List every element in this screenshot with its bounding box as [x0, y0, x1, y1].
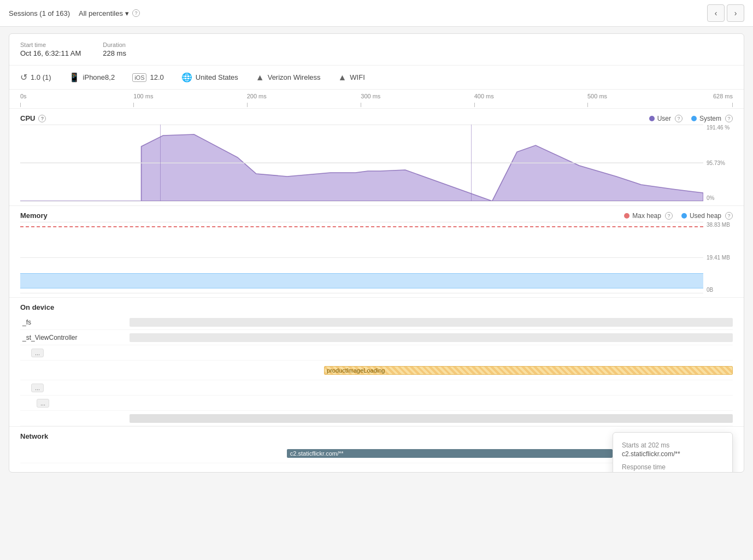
- network-bar[interactable]: c2.staticflickr.com/**: [287, 449, 613, 458]
- gridline-top: [20, 125, 703, 125]
- ellipsis-btn-2[interactable]: ...: [31, 384, 44, 392]
- gridline-bottom: [20, 201, 703, 202]
- max-heap-dot: [624, 213, 630, 219]
- tick-line-2: [247, 103, 248, 107]
- memory-title-text: Memory: [20, 211, 48, 220]
- chevron-down-icon: ▾: [125, 9, 129, 17]
- top-bar: Sessions (1 of 163) All percentiles ▾ ? …: [0, 0, 753, 27]
- ellipsis-cell-3[interactable]: ...: [20, 399, 140, 408]
- cpu-y-top: 191.46 %: [707, 125, 733, 131]
- system-legend-label: System: [699, 115, 721, 122]
- os-item: iOS 12.0: [132, 73, 164, 82]
- next-button[interactable]: ›: [727, 4, 744, 22]
- tick-line-0: [20, 103, 21, 107]
- on-device-last-row: [20, 411, 733, 426]
- system-legend: System ?: [691, 115, 733, 122]
- product-bar[interactable]: productImageLoading: [324, 366, 733, 375]
- user-legend: User ?: [649, 115, 683, 122]
- st-bar-bg: [130, 333, 733, 342]
- tick-line-1: [133, 103, 134, 107]
- fs-bar-bg: [130, 318, 733, 327]
- mem-gridline-mid: [20, 257, 703, 258]
- ellipsis-btn-1[interactable]: ...: [31, 349, 44, 357]
- device-item: 📱 iPhone8,2: [69, 72, 115, 82]
- cpu-y-labels: 191.46 % 95.73% 0%: [703, 125, 733, 201]
- used-heap-help-icon[interactable]: ?: [725, 212, 733, 220]
- cpu-marker-1: [160, 125, 161, 201]
- ellipsis-row-1: ...: [20, 345, 733, 361]
- used-heap-dot: [681, 213, 687, 219]
- version-item: ↺ 1.0 (1): [20, 72, 51, 82]
- ellipsis-row-3: ...: [20, 396, 733, 411]
- cpu-help-icon[interactable]: ?: [38, 115, 46, 122]
- tick-line-6: [732, 103, 733, 107]
- start-time-item: Start time Oct 16, 6:32:11 AM: [20, 42, 81, 57]
- user-legend-label: User: [657, 115, 671, 122]
- ellipsis-bar-3: [140, 396, 733, 410]
- tick-200ms: 200 ms: [247, 93, 267, 99]
- prev-button[interactable]: ‹: [707, 4, 725, 22]
- percentile-dropdown[interactable]: All percentiles ▾ ?: [79, 9, 140, 17]
- mem-y-top: 38.83 MB: [707, 222, 733, 228]
- tooltip-response-time-value: 224 ms: [622, 471, 723, 473]
- tick-300ms: 300 ms: [361, 93, 380, 99]
- cpu-y-bottom: 0%: [707, 195, 733, 201]
- duration-label: Duration: [103, 42, 126, 48]
- last-bar-bg: [130, 414, 733, 423]
- tick-500ms: 500 ms: [587, 93, 607, 99]
- ruler-container: 0s 100 ms 200 ms 300 ms 400 ms 500 ms 62…: [20, 93, 733, 108]
- tick-628ms: 628 ms: [713, 93, 733, 99]
- on-device-title: On device: [20, 298, 733, 315]
- tick-100ms: 100 ms: [133, 93, 153, 99]
- carrier-value: Verizon Wireless: [268, 73, 321, 81]
- user-help-icon[interactable]: ?: [675, 115, 683, 122]
- ellipsis-btn-3[interactable]: ...: [37, 399, 49, 408]
- ellipsis-cell-1[interactable]: ...: [20, 349, 140, 357]
- tooltip-response-time: Response time 224 ms: [622, 463, 723, 473]
- fs-label: _fs: [20, 319, 130, 326]
- network-bar-area: c2.staticflickr.com/**: [140, 444, 613, 463]
- version-value: 1.0 (1): [31, 73, 51, 81]
- cpu-y-mid: 95.73%: [707, 160, 733, 166]
- country-value: United States: [196, 73, 238, 81]
- help-icon[interactable]: ?: [132, 9, 140, 17]
- memory-bottom-spacer: [20, 293, 733, 297]
- network-bar-row: c2.staticflickr.com/**: [20, 444, 613, 463]
- cpu-user-polygon: [20, 134, 703, 201]
- st-label: _st_ViewController: [20, 334, 130, 341]
- cpu-title-text: CPU: [20, 114, 35, 122]
- max-heap-line: [20, 226, 703, 227]
- memory-y-labels: 38.83 MB 19.41 MB 0B: [703, 222, 733, 293]
- timeline-ruler: 0s 100 ms 200 ms 300 ms 400 ms 500 ms 62…: [9, 90, 744, 109]
- device-bar: ↺ 1.0 (1) 📱 iPhone8,2 iOS 12.0 🌐 United …: [9, 66, 744, 90]
- memory-chart-wrapper: [20, 222, 703, 293]
- network-value: WIFI: [350, 73, 364, 81]
- mem-y-bottom: 0B: [707, 287, 733, 293]
- carrier-item: ▲ Verizon Wireless: [256, 73, 321, 82]
- main-card: Start time Oct 16, 6:32:11 AM Duration 2…: [9, 33, 744, 473]
- tick-0s: 0s: [20, 93, 27, 99]
- ios-icon: iOS: [132, 73, 146, 82]
- max-heap-help-icon[interactable]: ?: [665, 212, 673, 220]
- cpu-marker-2: [471, 125, 472, 201]
- mem-gridline-top: [20, 222, 703, 222]
- cpu-legend: User ? System ?: [649, 115, 733, 122]
- globe-icon: 🌐: [181, 72, 192, 82]
- product-bar-area: productImageLoading: [140, 361, 733, 380]
- phone-icon: 📱: [69, 72, 80, 82]
- system-dot: [691, 116, 697, 121]
- card-header: Start time Oct 16, 6:32:11 AM Duration 2…: [9, 34, 744, 66]
- system-help-icon[interactable]: ?: [725, 115, 733, 122]
- ellipsis-bar-2: [140, 380, 733, 395]
- ellipsis-cell-2[interactable]: ...: [20, 384, 140, 392]
- tooltip-starts: Starts at 202 ms: [622, 441, 723, 449]
- used-heap-legend: Used heap ?: [681, 212, 733, 220]
- cpu-bottom-spacer: [20, 201, 733, 205]
- top-bar-left: Sessions (1 of 163) All percentiles ▾ ?: [9, 9, 140, 17]
- mem-gridline-bottom: [20, 293, 703, 293]
- start-time-value: Oct 16, 6:32:11 AM: [20, 49, 81, 57]
- memory-section: Memory Max heap ? Used heap ?: [9, 206, 744, 298]
- tick-line-4: [474, 103, 475, 107]
- tooltip-response-time-label: Response time: [622, 463, 723, 471]
- product-row: productImageLoading: [20, 361, 733, 380]
